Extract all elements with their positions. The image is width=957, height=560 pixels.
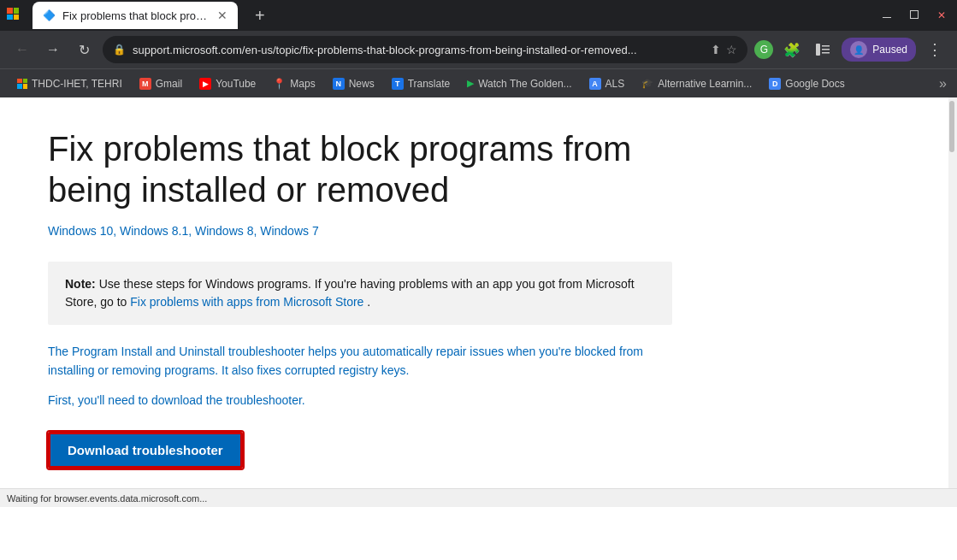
sidebar-icon[interactable] (811, 38, 835, 62)
altlearn-icon: 🎓 (641, 78, 653, 89)
bookmark-gdocs[interactable]: D Google Docs (762, 74, 851, 93)
bookmarks-more-button[interactable]: » (939, 76, 947, 91)
active-tab[interactable]: 🔷 Fix problems that block program... ✕ (32, 2, 238, 29)
bookmark-watch-label: Watch The Golden... (478, 78, 571, 90)
toolbar-right: G 🧩 👤 Paused ⋮ (754, 38, 947, 62)
profile-avatar: 👤 (850, 41, 867, 58)
address-bar-actions: ⬆ ☆ (711, 43, 737, 56)
download-troubleshooter-button[interactable]: Download troubleshooter (48, 432, 243, 469)
als-icon: A (589, 78, 601, 90)
watch-icon: ▶ (467, 78, 474, 89)
maximize-button[interactable] (906, 9, 923, 21)
forward-button[interactable]: → (41, 38, 65, 62)
svg-rect-2 (816, 44, 820, 56)
bookmark-gmail[interactable]: M Gmail (133, 74, 189, 93)
bookmark-altlearn-label: Alternative Learnin... (658, 78, 752, 90)
back-button[interactable]: ← (10, 38, 34, 62)
bookmark-thdc-label: THDC-IHET, TEHRI (32, 78, 122, 90)
bookmark-gdocs-label: Google Docs (785, 78, 844, 90)
gmail-icon: M (139, 78, 151, 90)
grammarly-icon[interactable]: G (754, 40, 773, 59)
close-button[interactable]: ✕ (933, 9, 950, 21)
minimize-button[interactable] (878, 9, 895, 21)
gdocs-icon: D (769, 78, 781, 90)
note-box: Note: Use these steps for Windows progra… (48, 262, 672, 325)
bookmark-maps-label: Maps (290, 78, 315, 90)
bookmark-altlearn[interactable]: 🎓 Alternative Learnin... (635, 74, 759, 93)
bookmark-icon[interactable]: ☆ (726, 43, 737, 56)
ms-logo (7, 8, 22, 23)
page-subtitle: Windows 10, Windows 8.1, Windows 8, Wind… (48, 224, 722, 238)
menu-button[interactable]: ⋮ (923, 38, 947, 62)
scroll-thumb[interactable] (949, 101, 954, 152)
svg-rect-4 (822, 49, 830, 50)
bookmark-maps[interactable]: 📍 Maps (266, 74, 322, 93)
note-label: Note: (65, 277, 96, 291)
svg-rect-0 (883, 17, 891, 18)
bookmark-gmail-label: Gmail (156, 78, 182, 90)
status-bar: Waiting for browser.events.data.microsof… (0, 488, 957, 507)
bookmark-als-label: ALS (606, 78, 625, 90)
body-text-2: First, you'll need to download the troub… (48, 391, 672, 410)
content-inner: Fix problems that block programs from be… (0, 97, 770, 486)
body1-text: The Program Install and Uninstall troubl… (48, 345, 643, 377)
page-title: Fix problems that block programs from be… (48, 128, 722, 210)
tab-favicon: 🔷 (43, 9, 56, 21)
bookmark-translate[interactable]: T Translate (385, 74, 458, 93)
svg-rect-1 (911, 11, 919, 19)
title-bar: 🔷 Fix problems that block program... ✕ +… (0, 0, 957, 31)
profile-label: Paused (872, 44, 907, 56)
window-controls: ✕ (878, 9, 950, 21)
bookmark-news-label: News (349, 78, 375, 90)
new-tab-button[interactable]: + (248, 2, 272, 29)
scrollbar[interactable] (948, 97, 957, 488)
extensions-icon[interactable]: 🧩 (780, 38, 804, 62)
toolbar: ← → ↻ 🔒 support.microsoft.com/en-us/topi… (0, 31, 957, 68)
body2-text: First, you'll need to download the troub… (48, 393, 305, 407)
news-icon: N (333, 78, 345, 90)
bookmark-thdc[interactable]: THDC-IHET, TEHRI (10, 74, 129, 93)
url-text: support.microsoft.com/en-us/topic/fix-pr… (133, 44, 704, 56)
close-tab-button[interactable]: ✕ (217, 9, 227, 22)
bookmark-als[interactable]: A ALS (582, 74, 632, 93)
body-text-1: The Program Install and Uninstall troubl… (48, 342, 672, 380)
maps-icon: 📍 (273, 78, 286, 90)
body-text-3: If you see the File Download box when yo… (48, 484, 672, 486)
status-text: Waiting for browser.events.data.microsof… (7, 493, 207, 504)
address-bar[interactable]: 🔒 support.microsoft.com/en-us/topic/fix-… (103, 36, 747, 63)
content-wrapper: Fix problems that block programs from be… (0, 97, 957, 488)
reload-button[interactable]: ↻ (72, 38, 96, 62)
youtube-icon: ▶ (199, 78, 211, 90)
bookmark-translate-label: Translate (408, 78, 451, 90)
translate-icon: T (392, 78, 404, 90)
svg-rect-5 (822, 52, 830, 54)
lock-icon: 🔒 (113, 44, 126, 56)
bookmark-watch[interactable]: ▶ Watch The Golden... (460, 74, 578, 93)
download-btn-wrapper: Download troubleshooter (48, 420, 722, 484)
note-link[interactable]: Fix problems with apps from Microsoft St… (130, 295, 363, 309)
bookmark-youtube-label: YouTube (216, 78, 256, 90)
profile-button[interactable]: 👤 Paused (842, 38, 916, 62)
bookmarks-bar: THDC-IHET, TEHRI M Gmail ▶ YouTube 📍 Map… (0, 68, 957, 97)
bookmark-youtube[interactable]: ▶ YouTube (192, 74, 263, 93)
share-icon[interactable]: ⬆ (711, 43, 721, 56)
note-period: . (367, 295, 370, 309)
content-area: Fix problems that block programs from be… (0, 97, 948, 486)
bookmark-news[interactable]: N News (326, 74, 381, 93)
tab-title: Fix problems that block program... (62, 9, 210, 22)
svg-rect-3 (822, 45, 830, 47)
